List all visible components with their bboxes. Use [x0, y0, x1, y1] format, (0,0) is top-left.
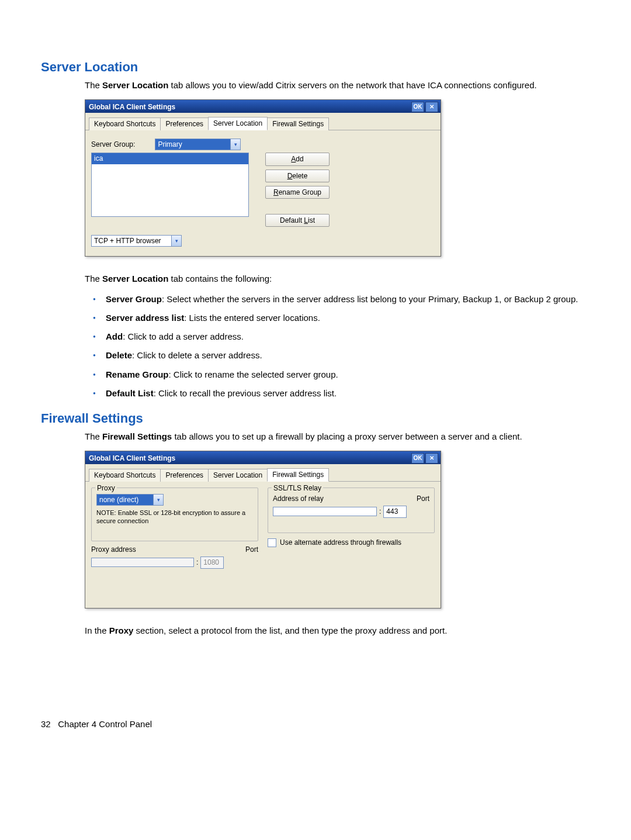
fw-intro: The Firewall Settings tab allows you to … [85, 431, 590, 443]
browser-dropdown[interactable]: TCP + HTTP browser ▾ [91, 235, 182, 247]
browser-value: TCP + HTTP browser [91, 235, 172, 247]
chevron-down-icon: ▾ [154, 494, 164, 506]
server-group-value: Primary [155, 139, 231, 150]
proxy-note: NOTE: Enable SSL or 128-bit encryption t… [96, 509, 253, 524]
relay-address-input[interactable] [273, 507, 377, 516]
dialog-firewall-settings: Global ICA Client Settings OK ✕ Keyboard… [85, 451, 441, 609]
port-colon: : [196, 558, 198, 567]
tab-server-location[interactable]: Server Location [208, 117, 268, 130]
sl-intro: The Server Location tab allows you to vi… [85, 79, 590, 91]
dialog-server-location: Global ICA Client Settings OK ✕ Keyboard… [85, 99, 441, 257]
tab-body-fw: Proxy none (direct) ▾ NOTE: Enable SSL o… [85, 482, 441, 608]
proxy-port-label: Port [245, 545, 258, 554]
txt: tab allows you to view/add Citrix server… [168, 80, 536, 90]
ok-button[interactable]: OK [411, 453, 424, 464]
proxy-fieldset: Proxy none (direct) ▾ NOTE: Enable SSL o… [91, 488, 258, 541]
list-item: Default List: Click to recall the previo… [85, 388, 590, 399]
close-button[interactable]: ✕ [425, 102, 438, 112]
chevron-down-icon: ▾ [231, 139, 241, 150]
tab-preferences[interactable]: Preferences [160, 117, 209, 130]
add-button[interactable]: Add [265, 153, 330, 165]
page-footer: 32 Chapter 4 Control Panel [41, 718, 590, 730]
tab-preferences[interactable]: Preferences [160, 469, 209, 482]
alt-address-label: Use alternate address through firewalls [280, 538, 401, 547]
tabstrip: Keyboard Shortcuts Preferences Server Lo… [85, 113, 441, 130]
alt-address-checkbox[interactable] [268, 538, 276, 547]
delete-button[interactable]: Delete [265, 170, 330, 182]
dialog-title: Global ICA Client Settings [89, 102, 175, 112]
relay-fieldset: SSL/TLS Relay Address of relay Port : 44… [268, 488, 435, 533]
relay-legend: SSL/TLS Relay [272, 483, 323, 493]
close-button[interactable]: ✕ [425, 453, 438, 464]
tab-firewall-settings[interactable]: Firewall Settings [267, 468, 329, 482]
proxy-dropdown[interactable]: none (direct) ▾ [96, 494, 164, 506]
relay-address-label: Address of relay [273, 494, 324, 503]
txt-bold: Server Location [102, 80, 168, 90]
fw-closing: In the Proxy section, select a protocol … [85, 625, 590, 637]
server-group-dropdown[interactable]: Primary ▾ [155, 139, 241, 150]
proxy-port-input[interactable]: 1080 [200, 556, 224, 568]
heading-firewall-settings: Firewall Settings [41, 410, 590, 427]
dialog-title: Global ICA Client Settings [89, 454, 175, 463]
proxy-value: none (direct) [96, 494, 154, 506]
tab-keyboard-shortcuts[interactable]: Keyboard Shortcuts [89, 117, 161, 130]
default-list-button[interactable]: Default List [265, 214, 330, 227]
titlebar: Global ICA Client Settings OK ✕ [85, 100, 441, 113]
relay-port-input[interactable]: 443 [383, 506, 407, 517]
proxy-address-input[interactable] [91, 558, 194, 567]
proxy-legend: Proxy [95, 483, 117, 493]
tabstrip: Keyboard Shortcuts Preferences Server Lo… [85, 464, 441, 482]
list-item: Server address list: Lists the entered s… [85, 312, 590, 324]
list-item: Rename Group: Click to rename the select… [85, 369, 590, 381]
list-item: Add: Click to add a server address. [85, 331, 590, 343]
ok-button[interactable]: OK [411, 102, 424, 112]
tab-keyboard-shortcuts[interactable]: Keyboard Shortcuts [89, 469, 161, 482]
tab-body-sl: Server Group: Primary ▾ ica Add Delete R… [85, 130, 441, 256]
server-group-label: Server Group: [91, 140, 135, 149]
page-number: 32 [41, 719, 51, 729]
heading-server-location: Server Location [41, 58, 590, 76]
chevron-down-icon: ▾ [172, 235, 182, 247]
tab-firewall-settings[interactable]: Firewall Settings [267, 117, 329, 130]
sl-list-intro: The Server Location tab contains the fol… [85, 273, 590, 285]
relay-port-label: Port [417, 494, 429, 503]
chapter-label: Chapter 4 Control Panel [58, 719, 152, 729]
server-address-list[interactable]: ica [91, 153, 249, 217]
port-colon: : [379, 507, 381, 516]
titlebar: Global ICA Client Settings OK ✕ [85, 451, 441, 464]
txt: The [85, 80, 102, 90]
list-item: Server Group: Select whether the servers… [85, 293, 590, 305]
proxy-address-label: Proxy address [91, 545, 136, 554]
rename-group-button[interactable]: Rename Group [265, 186, 330, 199]
tab-server-location[interactable]: Server Location [208, 469, 268, 482]
list-item: Delete: Click to delete a server address… [85, 350, 590, 361]
sl-bullet-list: Server Group: Select whether the servers… [85, 293, 590, 400]
list-item[interactable]: ica [92, 153, 248, 164]
